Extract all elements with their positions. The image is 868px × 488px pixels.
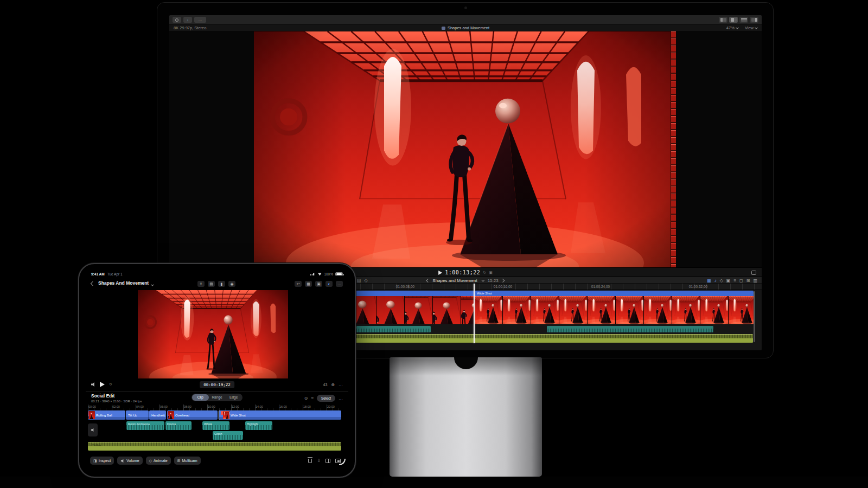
- animate-button[interactable]: Animate: [146, 457, 171, 465]
- recents-icon[interactable]: [173, 17, 181, 23]
- project-name: Social Edit: [91, 393, 142, 399]
- clip-overhead[interactable]: Overhead: [167, 410, 218, 420]
- audio-clip-whisk[interactable]: Whisk: [202, 421, 229, 430]
- solo-icon[interactable]: [720, 278, 723, 283]
- ipad-timeline-ruler[interactable]: 00:00 02:00 04:00 06:00 08:00 10:00 12:0…: [86, 404, 339, 410]
- playback-timecode: 1:00:13;22: [445, 269, 480, 275]
- layout-icon[interactable]: [305, 281, 312, 287]
- appearance-icon[interactable]: [733, 278, 736, 283]
- share-icon[interactable]: [197, 281, 205, 287]
- tools-icon[interactable]: [365, 278, 368, 283]
- audio-clip-drums[interactable]: Drums: [165, 421, 192, 430]
- audio-clip[interactable]: [547, 326, 713, 332]
- zoom-level[interactable]: 43: [323, 383, 328, 387]
- fcp-ipad-screen: 9:41 AM Tue Apr 1 100% Shapes And Moveme…: [86, 271, 348, 470]
- zoom-menu[interactable]: 47%: [726, 25, 738, 30]
- mode-edge[interactable]: Edge: [225, 394, 242, 401]
- ruler-label: 10:00: [208, 405, 215, 408]
- ruler-label: 06:00: [160, 405, 168, 408]
- music-track[interactable]: [348, 334, 753, 343]
- transport-group: 1:00:13;22: [438, 269, 493, 275]
- clip-handheld[interactable]: Handheld: [149, 410, 166, 420]
- audio-clip-highlight[interactable]: Highlight: [245, 421, 272, 430]
- multicam-icon: [177, 459, 181, 463]
- audio-clip[interactable]: [356, 326, 431, 332]
- keyframe-icon: [149, 459, 152, 463]
- clip-wide-shot[interactable]: Wide Shot: [219, 410, 341, 420]
- media-icon[interactable]: [315, 281, 322, 287]
- media-browser-icon[interactable]: [208, 281, 215, 287]
- record-icon[interactable]: [228, 281, 235, 287]
- timeline-clip-wide-shot[interactable]: Wide Shot: [475, 291, 754, 324]
- connect-icon[interactable]: [304, 396, 308, 401]
- trim-icon[interactable]: [311, 396, 314, 401]
- audio-clip-room-ambience[interactable]: Room Ambience: [126, 421, 164, 430]
- more-tools-icon[interactable]: [194, 17, 206, 23]
- audio-clip-crash[interactable]: Crash: [213, 431, 243, 440]
- mode-clip[interactable]: Clip: [192, 394, 209, 401]
- view-menu[interactable]: View: [745, 25, 757, 30]
- corner-handle[interactable]: [339, 459, 346, 465]
- snapping-icon[interactable]: [726, 278, 731, 283]
- multicam-button[interactable]: Multicam: [174, 457, 201, 465]
- viewer-more-icon[interactable]: [339, 382, 343, 387]
- import-icon[interactable]: [183, 17, 192, 23]
- ruler-label: 00:00: [88, 405, 96, 408]
- volume-button[interactable]: Volume: [117, 457, 142, 465]
- title-menu-icon[interactable]: [151, 283, 154, 286]
- timeline-settings-icon[interactable]: [753, 278, 757, 283]
- timeline-more-icon[interactable]: [339, 396, 343, 401]
- delete-icon[interactable]: [308, 459, 312, 463]
- mode-range[interactable]: Range: [209, 394, 226, 401]
- desk-shadow: [0, 477, 868, 488]
- ruler-label: 18:00: [303, 405, 311, 408]
- index-icon[interactable]: [357, 278, 361, 283]
- transitions-browser-icon[interactable]: [746, 278, 750, 283]
- timeline-right-tools: [707, 278, 757, 283]
- display-options-icon[interactable]: [326, 281, 333, 287]
- project-title[interactable]: Shapes And Movement: [98, 280, 149, 286]
- clip-tilt-up[interactable]: Tilt Up: [126, 410, 149, 420]
- music-track[interactable]: 2A Fox: [88, 442, 341, 451]
- skimming-icon[interactable]: [707, 278, 711, 283]
- browser-layout-icon[interactable]: [719, 17, 727, 23]
- mic-icon[interactable]: [218, 281, 225, 287]
- prev-project-icon[interactable]: [426, 279, 430, 282]
- clip-filmstrip: [475, 296, 754, 324]
- back-icon[interactable]: [91, 281, 95, 286]
- loop-icon[interactable]: [483, 271, 486, 275]
- select-button[interactable]: Select: [317, 395, 335, 402]
- cellular-icon: [310, 273, 315, 275]
- timeline-scrollbar[interactable]: [754, 291, 755, 342]
- effects-browser-icon[interactable]: [739, 278, 743, 283]
- toolbar-buttons: Inspect Volume Animate Multicam: [90, 457, 201, 465]
- clip-name: Whisk: [204, 422, 212, 426]
- undo-icon[interactable]: [295, 281, 302, 287]
- timeline-layout-icon[interactable]: [739, 17, 748, 23]
- viewer-layout-icon[interactable]: [729, 17, 738, 23]
- more-options-icon[interactable]: [336, 281, 343, 287]
- download-icon[interactable]: [317, 458, 321, 463]
- zoom-icon[interactable]: [331, 382, 335, 387]
- audio-meter-icon[interactable]: [91, 382, 95, 387]
- clip-name: Crash: [214, 432, 222, 435]
- ruler-label: 08:00: [184, 405, 192, 408]
- ruler-label: 16:00: [279, 405, 287, 408]
- play-button[interactable]: [100, 382, 105, 387]
- audio-meter-icon[interactable]: [489, 271, 493, 275]
- timeline-project-switcher[interactable]: Shapes and Movement 15:23: [426, 278, 504, 283]
- toolbar-right-icons: [308, 458, 341, 463]
- track-header[interactable]: [88, 423, 98, 436]
- playhead[interactable]: [474, 284, 475, 343]
- timeline-clip[interactable]: [348, 291, 474, 324]
- edit-tools: Select: [304, 395, 343, 402]
- inspect-button[interactable]: Inspect: [90, 457, 114, 465]
- clip-rolling-ball[interactable]: Rolling Ball: [88, 410, 125, 420]
- next-project-icon[interactable]: [501, 279, 505, 282]
- split-icon[interactable]: [326, 459, 330, 463]
- play-icon[interactable]: [438, 271, 442, 275]
- loop-icon[interactable]: [109, 382, 112, 387]
- inspector-layout-icon[interactable]: [750, 17, 758, 23]
- audio-skimming-icon[interactable]: [714, 278, 717, 283]
- fullscreen-icon[interactable]: [751, 271, 756, 275]
